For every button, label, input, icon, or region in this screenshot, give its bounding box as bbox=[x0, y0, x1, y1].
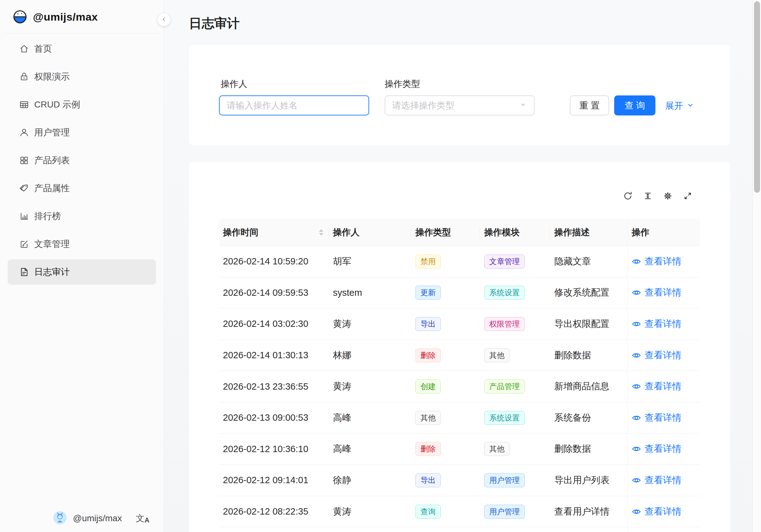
column-header-operator: 操作人 bbox=[328, 219, 411, 246]
cell-operation-type: 更新 bbox=[411, 286, 480, 300]
view-detail-link[interactable]: 查看详情 bbox=[632, 474, 681, 487]
sidebar-collapse-button[interactable] bbox=[157, 13, 170, 26]
footer-username[interactable]: @umijs/max bbox=[73, 513, 122, 523]
chevron-down-icon bbox=[519, 100, 527, 111]
search-button[interactable]: 查 询 bbox=[614, 95, 655, 115]
sidebar-item-lock[interactable]: 权限演示 bbox=[8, 64, 156, 89]
sidebar-item-table[interactable]: CRUD 示例 bbox=[8, 92, 156, 117]
reload-icon[interactable] bbox=[623, 191, 633, 201]
eye-icon bbox=[632, 413, 641, 423]
cell-operation-type: 其他 bbox=[411, 411, 480, 425]
eye-icon bbox=[632, 476, 641, 485]
translate-icon[interactable]: 文A bbox=[136, 513, 149, 524]
tag-cyan: 系统设置 bbox=[484, 286, 525, 300]
sidebar-item-label: 产品列表 bbox=[34, 154, 70, 166]
cell-actions: 查看详情 bbox=[627, 505, 700, 518]
operation-type-label: 操作类型 bbox=[384, 78, 420, 90]
tag-default: 其他 bbox=[415, 411, 441, 425]
fixed-column-border bbox=[627, 219, 627, 532]
cell-time: 2026-02-12 08:22:35 bbox=[219, 506, 328, 517]
view-detail-link[interactable]: 查看详情 bbox=[632, 349, 681, 362]
sidebar-item-label: 文章管理 bbox=[34, 238, 70, 250]
view-detail-link[interactable]: 查看详情 bbox=[632, 412, 681, 424]
eye-icon bbox=[632, 351, 641, 360]
log-table-card: 操作时间 操作人 操作类型 操作模块 操作描述 bbox=[189, 162, 730, 532]
cell-time: 2026-02-14 10:59:20 bbox=[219, 256, 328, 266]
tag-magenta: 权限管理 bbox=[484, 317, 525, 331]
sidebar-item-label: CRUD 示例 bbox=[34, 98, 80, 111]
cell-operation-type: 创建 bbox=[411, 380, 480, 393]
eye-icon bbox=[632, 444, 641, 454]
sidebar-item-label: 产品属性 bbox=[34, 182, 70, 194]
tag-default: 其他 bbox=[484, 348, 509, 362]
view-detail-link[interactable]: 查看详情 bbox=[632, 443, 681, 455]
cell-operation-type: 查询 bbox=[411, 505, 480, 519]
column-header-description: 操作描述 bbox=[550, 219, 627, 246]
table-row: 2026-02-12 09:14:01徐静导出用户管理导出用户列表查看详情 bbox=[219, 465, 700, 496]
cell-operation-type: 禁用 bbox=[411, 255, 480, 268]
table-row: 2026-02-13 23:36:55黄涛创建产品管理新增商品信息查看详情 bbox=[219, 371, 700, 402]
cell-description: 新增商品信息 bbox=[550, 380, 627, 393]
tag-cyan: 查询 bbox=[415, 505, 441, 519]
sidebar-item-form[interactable]: 文章管理 bbox=[8, 231, 156, 257]
sidebar-item-appstore[interactable]: 产品列表 bbox=[8, 148, 156, 173]
view-detail-link[interactable]: 查看详情 bbox=[632, 505, 681, 518]
view-detail-link[interactable]: 查看详情 bbox=[632, 380, 681, 393]
cell-actions: 查看详情 bbox=[627, 474, 700, 487]
reset-button[interactable]: 重 置 bbox=[570, 95, 609, 115]
sidebar-item-tags[interactable]: 产品属性 bbox=[8, 176, 156, 201]
cell-description: 删除数据 bbox=[550, 349, 627, 362]
sidebar-item-home[interactable]: 首页 bbox=[8, 36, 156, 62]
column-height-icon[interactable] bbox=[643, 191, 653, 201]
view-detail-label: 查看详情 bbox=[645, 443, 681, 455]
eye-icon bbox=[632, 257, 641, 266]
file-text-icon bbox=[19, 267, 29, 277]
view-detail-label: 查看详情 bbox=[645, 412, 681, 424]
cell-time: 2026-02-12 09:14:01 bbox=[219, 475, 328, 485]
user-icon bbox=[19, 128, 29, 138]
bar-chart-icon bbox=[19, 211, 29, 221]
tag-gold: 禁用 bbox=[415, 255, 441, 268]
tag-blue: 更新 bbox=[415, 286, 441, 300]
column-header-type: 操作类型 bbox=[411, 219, 480, 246]
sidebar-item-user[interactable]: 用户管理 bbox=[8, 120, 156, 145]
sidebar-item-file-text[interactable]: 日志审计 bbox=[8, 259, 156, 285]
form-icon bbox=[19, 239, 29, 249]
cell-module: 其他 bbox=[480, 442, 550, 456]
cell-operator: 胡军 bbox=[328, 255, 411, 268]
sorter-icon[interactable] bbox=[319, 229, 323, 236]
column-header-time[interactable]: 操作时间 bbox=[219, 219, 328, 246]
cell-actions: 查看详情 bbox=[627, 286, 700, 299]
scrollbar-thumb[interactable] bbox=[754, 1, 760, 193]
fullscreen-icon[interactable] bbox=[683, 191, 692, 201]
view-detail-link[interactable]: 查看详情 bbox=[632, 286, 681, 299]
brand-title: @umijs/max bbox=[33, 11, 98, 23]
expand-link[interactable]: 展开 bbox=[665, 100, 694, 112]
tag-blue: 用户管理 bbox=[484, 505, 525, 519]
user-avatar[interactable] bbox=[53, 511, 67, 526]
sidebar-item-bar-chart[interactable]: 排行榜 bbox=[8, 204, 156, 229]
view-detail-label: 查看详情 bbox=[645, 505, 681, 518]
cell-description: 查看用户详情 bbox=[550, 505, 627, 518]
sidebar-item-label: 首页 bbox=[34, 43, 52, 55]
view-detail-link[interactable]: 查看详情 bbox=[632, 255, 681, 268]
view-detail-link[interactable]: 查看详情 bbox=[632, 318, 681, 330]
table-row: 2026-02-14 09:59:53system更新系统设置修改系统配置查看详… bbox=[219, 277, 700, 309]
cell-operation-type: 删除 bbox=[411, 348, 480, 362]
settings-gear-icon[interactable] bbox=[663, 191, 673, 201]
eye-icon bbox=[632, 507, 641, 516]
sidebar-item-label: 权限演示 bbox=[34, 71, 70, 83]
app-window: @umijs/max 首页权限演示CRUD 示例用户管理产品列表产品属性排行榜文… bbox=[0, 0, 761, 532]
tag-red: 删除 bbox=[415, 442, 441, 456]
cell-operator: 黄涛 bbox=[328, 318, 411, 330]
cell-module: 文章管理 bbox=[480, 255, 550, 268]
cell-operator: system bbox=[328, 288, 411, 298]
operator-input[interactable]: 请输入操作人姓名 bbox=[219, 95, 369, 115]
eye-icon bbox=[632, 288, 641, 297]
table-header: 操作时间 操作人 操作类型 操作模块 操作描述 bbox=[219, 219, 700, 246]
eye-icon bbox=[632, 319, 641, 329]
cell-description: 导出权限配置 bbox=[550, 318, 627, 330]
cell-description: 系统备份 bbox=[550, 412, 627, 424]
table-row: 2026-02-14 10:59:20胡军禁用文章管理隐藏文章查看详情 bbox=[219, 246, 700, 277]
operation-type-select[interactable]: 请选择操作类型 bbox=[384, 95, 535, 115]
